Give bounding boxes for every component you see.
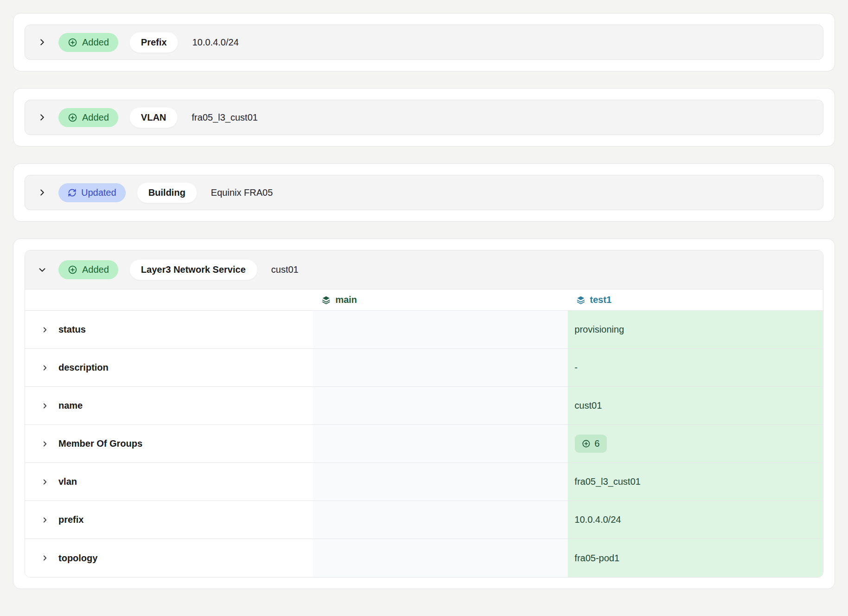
object-kind-pill: Prefix — [129, 32, 179, 53]
branch-header-row: main test1 — [25, 289, 823, 311]
test1-value-cell: fra05_l3_cust01 — [568, 463, 823, 500]
diff-card-vlan: Added VLAN fra05_l3_cust01 — [13, 88, 835, 147]
diff-card-prefix: Added Prefix 10.0.4.0/24 — [13, 13, 835, 71]
diff-card-header[interactable]: Added VLAN fra05_l3_cust01 — [25, 100, 823, 135]
chevron-right-icon[interactable] — [41, 478, 49, 486]
branch-name: main — [335, 295, 357, 305]
object-kind-pill: Building — [137, 182, 197, 203]
test1-value-cell: provisioning — [568, 311, 823, 348]
added-badge: Added — [58, 108, 118, 127]
row-label-cell[interactable]: Member Of Groups — [25, 425, 313, 462]
plus-circle-icon — [68, 265, 77, 275]
test1-value-cell: cust01 — [568, 387, 823, 424]
branch-header-test1: test1 — [568, 289, 823, 310]
row-value: provisioning — [575, 324, 624, 335]
refresh-icon — [68, 188, 77, 197]
added-badge: Added — [58, 260, 118, 279]
main-value-cell — [313, 387, 568, 424]
row-label: name — [58, 400, 83, 411]
plus-circle-icon — [68, 38, 77, 47]
row-label: vlan — [58, 476, 77, 487]
diff-card-building: Updated Building Equinix FRA05 — [13, 163, 835, 222]
main-value-cell — [313, 349, 568, 386]
object-name: Equinix FRA05 — [211, 187, 273, 198]
chevron-right-icon[interactable] — [41, 326, 49, 334]
layers-icon — [576, 295, 585, 305]
branch-header-spacer — [25, 289, 313, 310]
count-value: 6 — [595, 438, 600, 449]
object-name: cust01 — [271, 264, 299, 275]
row-label-cell[interactable]: prefix — [25, 501, 313, 539]
layers-icon — [321, 295, 331, 305]
test1-value-cell: - — [568, 349, 823, 386]
row-label-cell[interactable]: name — [25, 387, 313, 424]
main-value-cell — [313, 463, 568, 500]
diff-card-header[interactable]: Added Prefix 10.0.4.0/24 — [25, 25, 823, 60]
test1-value-cell: 6 — [568, 425, 823, 462]
main-value-cell — [313, 501, 568, 539]
row-value: fra05_l3_cust01 — [575, 476, 641, 487]
object-kind-pill: VLAN — [129, 107, 178, 128]
row-label: Member Of Groups — [58, 438, 142, 449]
row-value: - — [575, 362, 578, 373]
diff-panel: Added Layer3 Network Service cust01 main… — [25, 250, 823, 578]
row-label: status — [58, 324, 86, 335]
chevron-right-icon[interactable] — [41, 440, 49, 448]
table-row-topology: topology fra05-pod1 — [25, 539, 823, 577]
branch-name: test1 — [590, 295, 612, 305]
main-value-cell — [313, 425, 568, 462]
updated-badge: Updated — [58, 183, 126, 202]
object-kind-pill: Layer3 Network Service — [129, 259, 257, 280]
chevron-down-icon[interactable] — [37, 265, 47, 275]
plus-circle-icon — [68, 113, 77, 122]
row-label-cell[interactable]: topology — [25, 539, 313, 577]
chevron-right-icon[interactable] — [41, 554, 49, 562]
table-row-name: name cust01 — [25, 387, 823, 425]
table-row-vlan: vlan fra05_l3_cust01 — [25, 463, 823, 501]
diff-page: Added Prefix 10.0.4.0/24 Added VLAN fra0… — [13, 13, 835, 589]
main-value-cell — [313, 311, 568, 348]
added-count-badge: 6 — [575, 435, 607, 453]
chevron-right-icon[interactable] — [37, 37, 47, 47]
chevron-right-icon[interactable] — [37, 187, 47, 198]
plus-circle-icon — [582, 439, 591, 448]
badge-label: Added — [82, 112, 109, 123]
row-label: topology — [58, 553, 97, 564]
row-label: prefix — [58, 514, 84, 525]
badge-label: Added — [82, 264, 109, 275]
diff-card-layer3-service: Added Layer3 Network Service cust01 main… — [13, 238, 835, 589]
main-value-cell — [313, 539, 568, 577]
row-label-cell[interactable]: description — [25, 349, 313, 386]
chevron-right-icon[interactable] — [41, 402, 49, 410]
row-value: 10.0.4.0/24 — [575, 514, 621, 525]
added-badge: Added — [58, 33, 118, 52]
table-row-member-of-groups: Member Of Groups 6 — [25, 425, 823, 463]
diff-card-header[interactable]: Updated Building Equinix FRA05 — [25, 175, 823, 210]
row-label-cell[interactable]: status — [25, 311, 313, 348]
test1-value-cell: fra05-pod1 — [568, 539, 823, 577]
diff-card-header[interactable]: Added Layer3 Network Service cust01 — [25, 250, 823, 289]
chevron-right-icon[interactable] — [41, 364, 49, 372]
table-row-status: status provisioning — [25, 311, 823, 349]
badge-label: Updated — [81, 187, 116, 198]
branch-header-main: main — [313, 289, 568, 310]
object-name: fra05_l3_cust01 — [192, 112, 257, 123]
object-name: 10.0.4.0/24 — [192, 37, 238, 48]
chevron-right-icon[interactable] — [41, 516, 49, 524]
row-value: cust01 — [575, 400, 602, 411]
chevron-right-icon[interactable] — [37, 112, 47, 122]
table-row-description: description - — [25, 349, 823, 387]
row-label: description — [58, 362, 109, 373]
badge-label: Added — [82, 37, 109, 48]
row-value: fra05-pod1 — [575, 553, 620, 564]
table-row-prefix: prefix 10.0.4.0/24 — [25, 501, 823, 539]
test1-value-cell: 10.0.4.0/24 — [568, 501, 823, 539]
row-label-cell[interactable]: vlan — [25, 463, 313, 500]
